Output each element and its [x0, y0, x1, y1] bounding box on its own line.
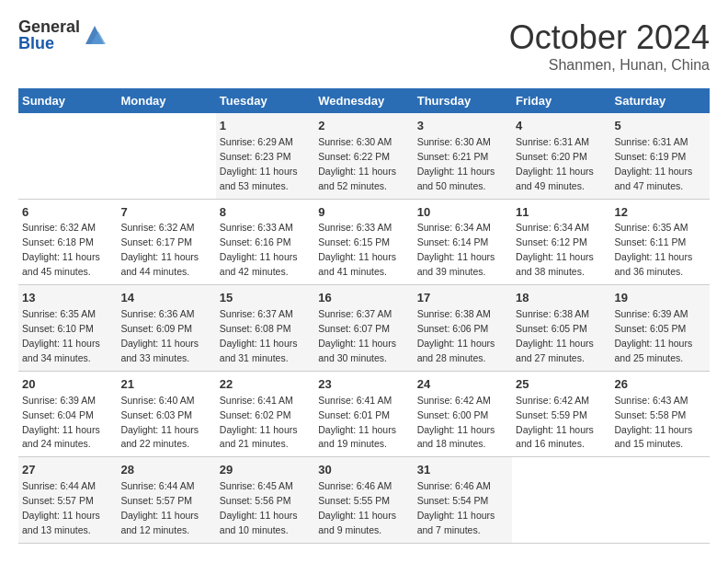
- day-number: 22: [220, 376, 311, 394]
- day-info: Sunrise: 6:44 AMSunset: 5:57 PMDaylight:…: [22, 480, 100, 535]
- day-number: 28: [120, 462, 211, 479]
- col-header-monday: Monday: [117, 88, 215, 113]
- location: Shanmen, Hunan, China: [509, 57, 710, 74]
- day-info: Sunrise: 6:34 AMSunset: 6:12 PMDaylight:…: [516, 222, 594, 277]
- day-cell: 30Sunrise: 6:46 AMSunset: 5:55 PMDayligh…: [314, 457, 413, 544]
- day-cell: 13Sunrise: 6:35 AMSunset: 6:10 PMDayligh…: [18, 285, 117, 372]
- day-cell: 28Sunrise: 6:44 AMSunset: 5:57 PMDayligh…: [117, 457, 215, 544]
- day-info: Sunrise: 6:37 AMSunset: 6:08 PMDaylight:…: [220, 308, 298, 363]
- day-number: 24: [417, 376, 508, 394]
- week-row-1: 1Sunrise: 6:29 AMSunset: 6:23 PMDaylight…: [18, 113, 710, 199]
- day-cell: 22Sunrise: 6:41 AMSunset: 6:02 PMDayligh…: [216, 371, 314, 457]
- day-cell: [18, 113, 117, 199]
- col-header-tuesday: Tuesday: [216, 88, 314, 113]
- day-cell: 16Sunrise: 6:37 AMSunset: 6:07 PMDayligh…: [314, 285, 413, 372]
- day-number: 11: [516, 204, 607, 222]
- day-cell: 15Sunrise: 6:37 AMSunset: 6:08 PMDayligh…: [216, 285, 314, 372]
- day-cell: 14Sunrise: 6:36 AMSunset: 6:09 PMDayligh…: [117, 285, 215, 372]
- day-cell: 31Sunrise: 6:46 AMSunset: 5:54 PMDayligh…: [414, 457, 512, 544]
- day-cell: 19Sunrise: 6:39 AMSunset: 6:05 PMDayligh…: [611, 285, 710, 372]
- day-info: Sunrise: 6:40 AMSunset: 6:03 PMDaylight:…: [120, 395, 199, 450]
- day-info: Sunrise: 6:46 AMSunset: 5:54 PMDaylight:…: [417, 480, 495, 535]
- calendar-table: SundayMondayTuesdayWednesdayThursdayFrid…: [18, 88, 710, 544]
- day-cell: 2Sunrise: 6:30 AMSunset: 6:22 PMDaylight…: [314, 113, 413, 199]
- logo: General Blue: [18, 18, 108, 52]
- day-cell: [611, 457, 710, 544]
- day-number: 7: [120, 204, 211, 222]
- day-number: 3: [417, 118, 508, 135]
- page-header: General Blue October 2024 Shanmen, Hunan…: [18, 18, 710, 74]
- day-cell: 27Sunrise: 6:44 AMSunset: 5:57 PMDayligh…: [18, 457, 117, 544]
- day-cell: 20Sunrise: 6:39 AMSunset: 6:04 PMDayligh…: [18, 371, 117, 457]
- day-cell: [512, 457, 610, 544]
- day-cell: 23Sunrise: 6:41 AMSunset: 6:01 PMDayligh…: [314, 371, 413, 457]
- day-cell: 18Sunrise: 6:38 AMSunset: 6:05 PMDayligh…: [512, 285, 610, 372]
- day-number: 17: [417, 290, 508, 307]
- day-number: 13: [22, 290, 113, 307]
- day-info: Sunrise: 6:37 AMSunset: 6:07 PMDaylight:…: [318, 308, 396, 363]
- col-header-wednesday: Wednesday: [314, 88, 413, 113]
- month-title: October 2024: [509, 18, 710, 57]
- day-cell: 4Sunrise: 6:31 AMSunset: 6:20 PMDaylight…: [512, 113, 610, 199]
- day-number: 23: [318, 376, 409, 394]
- day-info: Sunrise: 6:42 AMSunset: 6:00 PMDaylight:…: [417, 395, 495, 450]
- title-section: October 2024 Shanmen, Hunan, China: [509, 18, 710, 74]
- day-info: Sunrise: 6:36 AMSunset: 6:09 PMDaylight:…: [120, 308, 199, 363]
- day-cell: 7Sunrise: 6:32 AMSunset: 6:17 PMDaylight…: [117, 199, 215, 285]
- day-number: 2: [318, 118, 409, 135]
- day-number: 16: [318, 290, 409, 307]
- day-info: Sunrise: 6:30 AMSunset: 6:22 PMDaylight:…: [318, 136, 396, 191]
- col-header-sunday: Sunday: [18, 88, 117, 113]
- day-number: 18: [516, 290, 607, 307]
- day-number: 19: [615, 290, 706, 307]
- col-header-thursday: Thursday: [414, 88, 512, 113]
- day-number: 20: [22, 376, 113, 394]
- day-cell: 17Sunrise: 6:38 AMSunset: 6:06 PMDayligh…: [414, 285, 512, 372]
- logo-blue-text: Blue: [18, 35, 80, 52]
- day-info: Sunrise: 6:35 AMSunset: 6:10 PMDaylight:…: [22, 308, 100, 363]
- day-info: Sunrise: 6:41 AMSunset: 6:01 PMDaylight:…: [318, 395, 396, 450]
- day-info: Sunrise: 6:46 AMSunset: 5:55 PMDaylight:…: [318, 480, 396, 535]
- day-number: 8: [220, 204, 311, 222]
- day-info: Sunrise: 6:30 AMSunset: 6:21 PMDaylight:…: [417, 136, 495, 191]
- day-cell: 10Sunrise: 6:34 AMSunset: 6:14 PMDayligh…: [414, 199, 512, 285]
- day-cell: 9Sunrise: 6:33 AMSunset: 6:15 PMDaylight…: [314, 199, 413, 285]
- day-info: Sunrise: 6:38 AMSunset: 6:06 PMDaylight:…: [417, 308, 495, 363]
- day-info: Sunrise: 6:29 AMSunset: 6:23 PMDaylight:…: [220, 136, 298, 191]
- day-info: Sunrise: 6:35 AMSunset: 6:11 PMDaylight:…: [615, 222, 693, 277]
- day-number: 4: [516, 118, 607, 135]
- day-number: 25: [516, 376, 607, 394]
- col-header-friday: Friday: [512, 88, 610, 113]
- week-row-2: 6Sunrise: 6:32 AMSunset: 6:18 PMDaylight…: [18, 199, 710, 285]
- day-info: Sunrise: 6:31 AMSunset: 6:20 PMDaylight:…: [516, 136, 594, 191]
- day-number: 21: [120, 376, 211, 394]
- day-info: Sunrise: 6:41 AMSunset: 6:02 PMDaylight:…: [220, 395, 298, 450]
- day-cell: 12Sunrise: 6:35 AMSunset: 6:11 PMDayligh…: [611, 199, 710, 285]
- day-cell: [117, 113, 215, 199]
- day-info: Sunrise: 6:42 AMSunset: 5:59 PMDaylight:…: [516, 395, 594, 450]
- week-row-4: 20Sunrise: 6:39 AMSunset: 6:04 PMDayligh…: [18, 371, 710, 457]
- day-info: Sunrise: 6:39 AMSunset: 6:04 PMDaylight:…: [22, 395, 100, 450]
- day-number: 6: [22, 204, 113, 222]
- day-cell: 5Sunrise: 6:31 AMSunset: 6:19 PMDaylight…: [611, 113, 710, 199]
- logo-general-text: General: [18, 18, 80, 35]
- day-number: 27: [22, 462, 113, 479]
- logo-icon: [82, 22, 108, 48]
- week-row-3: 13Sunrise: 6:35 AMSunset: 6:10 PMDayligh…: [18, 285, 710, 372]
- day-number: 29: [220, 462, 311, 479]
- day-number: 1: [220, 118, 311, 135]
- day-info: Sunrise: 6:44 AMSunset: 5:57 PMDaylight:…: [120, 480, 199, 535]
- day-info: Sunrise: 6:43 AMSunset: 5:58 PMDaylight:…: [615, 395, 693, 450]
- day-cell: 21Sunrise: 6:40 AMSunset: 6:03 PMDayligh…: [117, 371, 215, 457]
- day-info: Sunrise: 6:32 AMSunset: 6:18 PMDaylight:…: [22, 222, 100, 277]
- day-info: Sunrise: 6:34 AMSunset: 6:14 PMDaylight:…: [417, 222, 495, 277]
- col-header-saturday: Saturday: [611, 88, 710, 113]
- week-row-5: 27Sunrise: 6:44 AMSunset: 5:57 PMDayligh…: [18, 457, 710, 544]
- day-number: 14: [120, 290, 211, 307]
- day-number: 9: [318, 204, 409, 222]
- day-cell: 8Sunrise: 6:33 AMSunset: 6:16 PMDaylight…: [216, 199, 314, 285]
- day-cell: 25Sunrise: 6:42 AMSunset: 5:59 PMDayligh…: [512, 371, 610, 457]
- day-number: 15: [220, 290, 311, 307]
- day-info: Sunrise: 6:33 AMSunset: 6:16 PMDaylight:…: [220, 222, 298, 277]
- day-info: Sunrise: 6:31 AMSunset: 6:19 PMDaylight:…: [615, 136, 693, 191]
